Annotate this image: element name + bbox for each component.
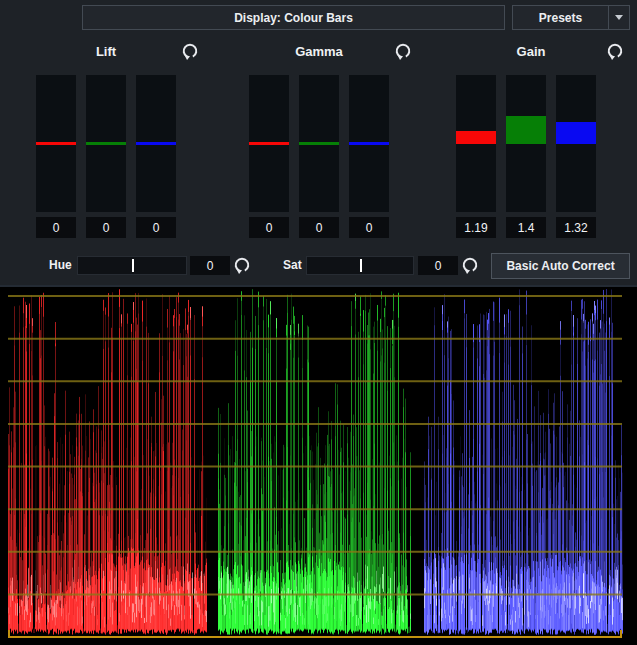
sat-slider-handle[interactable] [360, 259, 362, 272]
chevron-down-icon [615, 15, 623, 20]
lift-reset-icon[interactable] [181, 42, 199, 60]
sat-value[interactable]: 0 [418, 256, 458, 275]
lift-blue-slider[interactable] [136, 75, 176, 212]
display-mode-button[interactable]: Display: Colour Bars [82, 5, 505, 30]
lift-red-value[interactable]: 0 [36, 217, 76, 238]
gain-red-value[interactable]: 1.19 [456, 217, 496, 238]
gain-green-value[interactable]: 1.4 [506, 217, 546, 238]
hue-label: Hue [49, 258, 72, 272]
gamma-blue-value[interactable]: 0 [349, 217, 389, 238]
gamma-blue-slider[interactable] [349, 75, 389, 212]
sat-reset-icon[interactable] [461, 256, 479, 274]
waveform-scope-panel [0, 285, 637, 645]
gain-blue-handle [556, 122, 596, 144]
gamma-green-slider[interactable] [299, 75, 339, 212]
sat-slider[interactable] [306, 256, 414, 275]
lift-red-slider[interactable] [36, 75, 76, 212]
lift-green-slider[interactable] [86, 75, 126, 212]
sat-label: Sat [283, 258, 302, 272]
gamma-group: Gamma 0 0 0 [213, 40, 425, 245]
hue-reset-icon[interactable] [233, 256, 251, 274]
gain-red-slider[interactable] [456, 75, 496, 212]
hue-sat-row: Hue 0 Sat 0 Basic Auto Correct [0, 253, 637, 280]
gamma-red-slider[interactable] [249, 75, 289, 212]
hue-slider[interactable] [77, 256, 187, 275]
gamma-reset-icon[interactable] [394, 42, 412, 60]
colour-correction-panel: Display: Colour Bars Presets Lift 0 0 0 [0, 0, 637, 645]
gain-blue-slider[interactable] [556, 75, 596, 212]
presets-dropdown-button[interactable] [608, 6, 629, 29]
lift-blue-value[interactable]: 0 [136, 217, 176, 238]
lift-green-handle [86, 142, 126, 145]
gamma-green-value[interactable]: 0 [299, 217, 339, 238]
gain-group: Gain 1.19 1.4 1.32 [425, 40, 637, 245]
basic-auto-correct-button[interactable]: Basic Auto Correct [491, 253, 630, 279]
lift-group: Lift 0 0 0 [0, 40, 212, 245]
controls-panel: Display: Colour Bars Presets Lift 0 0 0 [0, 0, 637, 285]
gamma-green-handle [299, 142, 339, 145]
gamma-red-value[interactable]: 0 [249, 217, 289, 238]
lift-blue-handle [136, 142, 176, 145]
gain-blue-value[interactable]: 1.32 [556, 217, 596, 238]
gain-green-handle [506, 116, 546, 144]
gain-green-slider[interactable] [506, 75, 546, 212]
presets-button[interactable]: Presets [513, 6, 608, 29]
hue-value[interactable]: 0 [190, 256, 230, 275]
rgb-parade-waveform [0, 285, 637, 645]
gamma-red-handle [249, 142, 289, 145]
lift-red-handle [36, 142, 76, 145]
hue-slider-handle[interactable] [132, 259, 134, 272]
gamma-blue-handle [349, 142, 389, 145]
lift-green-value[interactable]: 0 [86, 217, 126, 238]
presets-split-button[interactable]: Presets [512, 5, 630, 30]
gain-reset-icon[interactable] [606, 42, 624, 60]
gain-red-handle [456, 131, 496, 144]
